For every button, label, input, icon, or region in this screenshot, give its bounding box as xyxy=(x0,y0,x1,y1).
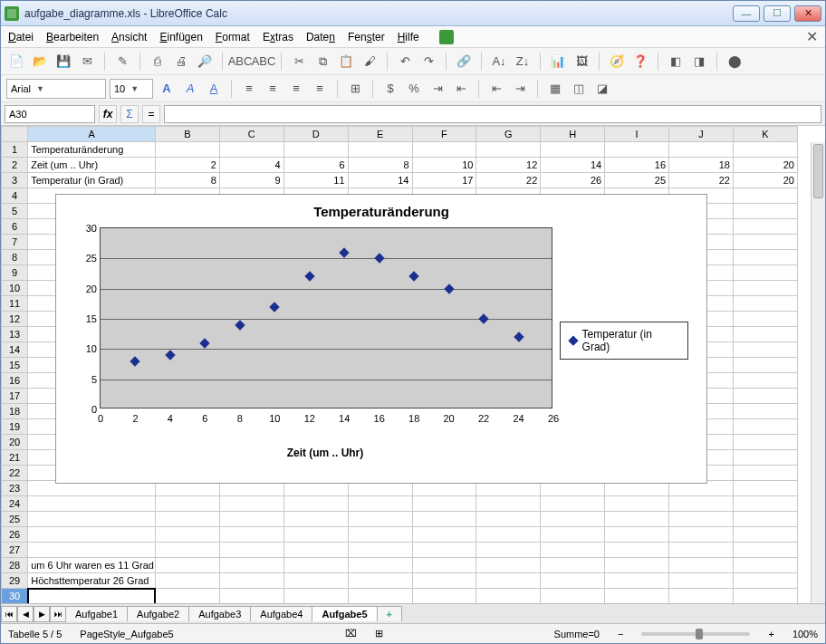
menu-format[interactable]: Format xyxy=(216,31,250,43)
cell-I1[interactable] xyxy=(605,142,669,158)
cell-I3[interactable]: 25 xyxy=(605,173,669,188)
bold-icon[interactable]: A xyxy=(157,79,177,99)
col-header-D[interactable]: D xyxy=(283,127,348,142)
cell-I2[interactable]: 16 xyxy=(605,158,669,173)
cell-J2[interactable]: 18 xyxy=(669,158,734,173)
print-icon[interactable]: 🖨 xyxy=(171,52,191,72)
col-header-F[interactable]: F xyxy=(412,127,476,142)
cell-H3[interactable]: 26 xyxy=(541,173,605,188)
cell-K27[interactable] xyxy=(733,543,797,558)
cell-G28[interactable] xyxy=(476,558,541,573)
cell-C2[interactable]: 4 xyxy=(219,158,283,173)
cell-J25[interactable] xyxy=(669,512,734,527)
zoom-in-icon[interactable]: + xyxy=(768,629,773,639)
row-header-8[interactable]: 8 xyxy=(2,250,28,265)
cell-K22[interactable] xyxy=(733,466,797,481)
cell-F24[interactable] xyxy=(412,496,476,512)
dec-inc-icon[interactable]: ⇥ xyxy=(427,79,447,99)
row-header-9[interactable]: 9 xyxy=(2,265,28,281)
cell-K4[interactable] xyxy=(733,188,797,204)
row-header-24[interactable]: 24 xyxy=(2,496,28,512)
cell-B26[interactable] xyxy=(155,527,219,543)
cell-G1[interactable] xyxy=(476,142,541,158)
zoom-slider[interactable] xyxy=(641,632,750,636)
cell-K21[interactable] xyxy=(733,450,797,466)
col-header-C[interactable]: C xyxy=(219,127,283,142)
preview-icon[interactable]: 🔎 xyxy=(195,52,215,72)
row-header-14[interactable]: 14 xyxy=(2,342,28,358)
col-header-G[interactable]: G xyxy=(476,127,541,142)
chart-icon[interactable]: 📊 xyxy=(548,52,568,72)
cell-K16[interactable] xyxy=(733,373,797,389)
zoom-out-icon[interactable]: − xyxy=(618,629,623,639)
cell-D1[interactable] xyxy=(283,142,348,158)
cell-K6[interactable] xyxy=(733,219,797,235)
cell-K5[interactable] xyxy=(733,204,797,219)
cell-C28[interactable] xyxy=(219,558,283,573)
cell-J24[interactable] xyxy=(669,496,734,512)
dec-dec-icon[interactable]: ⇤ xyxy=(451,79,471,99)
cell-E30[interactable] xyxy=(348,589,412,604)
cell-F27[interactable] xyxy=(412,543,476,558)
fx-icon[interactable]: fx xyxy=(99,105,117,123)
row-header-19[interactable]: 19 xyxy=(2,419,28,435)
cell-G29[interactable] xyxy=(476,573,541,589)
col-header-K[interactable]: K xyxy=(733,127,797,142)
cell-G3[interactable]: 22 xyxy=(476,173,541,188)
cell-F29[interactable] xyxy=(412,573,476,589)
cell-J27[interactable] xyxy=(669,543,734,558)
navigator-icon[interactable]: 🧭 xyxy=(607,52,627,72)
align-left-icon[interactable]: ≡ xyxy=(239,79,259,99)
equals-icon[interactable]: = xyxy=(142,105,160,123)
cell-G26[interactable] xyxy=(476,527,541,543)
cell-K8[interactable] xyxy=(733,250,797,265)
cell-I26[interactable] xyxy=(605,527,669,543)
cell-K30[interactable] xyxy=(733,589,797,604)
row-header-3[interactable]: 3 xyxy=(2,173,28,188)
align-justify-icon[interactable]: ≡ xyxy=(310,79,330,99)
cell-J29[interactable] xyxy=(669,573,734,589)
cut-icon[interactable]: ✂ xyxy=(289,52,309,72)
cell-E29[interactable] xyxy=(348,573,412,589)
cell-C3[interactable]: 9 xyxy=(219,173,283,188)
cell-K10[interactable] xyxy=(733,281,797,296)
cell-H1[interactable] xyxy=(541,142,605,158)
cell-C29[interactable] xyxy=(219,573,283,589)
row-header-15[interactable]: 15 xyxy=(2,358,28,373)
row-header-7[interactable]: 7 xyxy=(2,235,28,250)
cell-D2[interactable]: 6 xyxy=(283,158,348,173)
cell-A30[interactable] xyxy=(28,589,156,604)
row-header-22[interactable]: 22 xyxy=(2,466,28,481)
row-header-16[interactable]: 16 xyxy=(2,373,28,389)
redo-icon[interactable]: ↷ xyxy=(418,52,438,72)
cell-G24[interactable] xyxy=(476,496,541,512)
autospell-icon[interactable]: ABC xyxy=(254,52,274,72)
cell-H2[interactable]: 14 xyxy=(541,158,605,173)
cell-K28[interactable] xyxy=(733,558,797,573)
borders-icon[interactable]: ▦ xyxy=(545,79,565,99)
row-header-18[interactable]: 18 xyxy=(2,404,28,419)
cell-J30[interactable] xyxy=(669,589,734,604)
cell-F3[interactable]: 17 xyxy=(412,173,476,188)
cell-D28[interactable] xyxy=(283,558,348,573)
cell-C25[interactable] xyxy=(219,512,283,527)
cell-J3[interactable]: 22 xyxy=(669,173,734,188)
cell-H26[interactable] xyxy=(541,527,605,543)
col-header-H[interactable]: H xyxy=(541,127,605,142)
row-header-2[interactable]: 2 xyxy=(2,158,28,173)
sheet-tab-aufgabe3[interactable]: Aufgabe3 xyxy=(188,606,251,621)
cell-J1[interactable] xyxy=(669,142,734,158)
col-header-A[interactable]: A xyxy=(28,127,156,142)
cell-K20[interactable] xyxy=(733,435,797,450)
cell-D3[interactable]: 11 xyxy=(283,173,348,188)
row-header-1[interactable]: 1 xyxy=(2,142,28,158)
image-icon[interactable]: 🖼 xyxy=(571,52,591,72)
sheet-tab-aufgabe1[interactable]: Aufgabe1 xyxy=(65,606,128,621)
cell-I28[interactable] xyxy=(605,558,669,573)
cell-K13[interactable] xyxy=(733,327,797,342)
cell-B30[interactable] xyxy=(155,589,219,604)
formatpaint-icon[interactable]: 🖌 xyxy=(360,52,379,72)
row-header-12[interactable]: 12 xyxy=(2,312,28,327)
copy-icon[interactable]: ⧉ xyxy=(312,52,332,72)
cell-K12[interactable] xyxy=(733,312,797,327)
